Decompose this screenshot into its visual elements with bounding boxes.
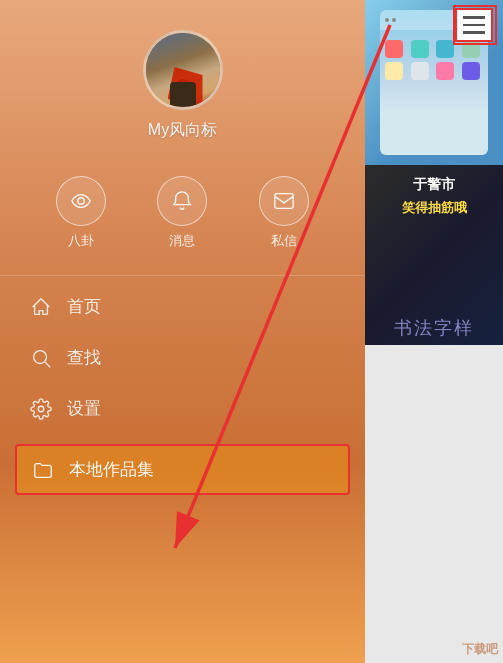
messages-nav-item[interactable]: 消息 <box>157 176 207 250</box>
video-location: 于警市 <box>413 176 455 192</box>
local-works-menu-item[interactable]: 本地作品集 <box>15 444 350 495</box>
video-title: 笑得抽筋哦 <box>370 199 498 217</box>
hamburger-line-2 <box>463 24 485 27</box>
hamburger-button[interactable] <box>455 8 493 42</box>
home-icon <box>30 296 52 318</box>
local-works-label: 本地作品集 <box>69 458 154 481</box>
private-label: 私信 <box>271 232 297 250</box>
svg-rect-1 <box>275 194 293 209</box>
svg-point-2 <box>34 350 47 363</box>
hamburger-line-1 <box>463 16 485 19</box>
home-menu-item[interactable]: 首页 <box>0 281 365 332</box>
search-menu-item[interactable]: 查找 <box>0 332 365 383</box>
svg-point-0 <box>78 198 84 204</box>
private-nav-item[interactable]: 私信 <box>259 176 309 250</box>
right-image-bottom: 于警市 笑得抽筋哦 书法字样 <box>365 165 503 345</box>
eye-icon <box>70 190 92 212</box>
bell-icon <box>171 190 193 212</box>
search-icon <box>30 347 52 369</box>
video-text-overlay: 于警市 笑得抽筋哦 <box>365 170 503 222</box>
profile-section: My风向标 <box>0 0 365 161</box>
username: My风向标 <box>148 120 217 141</box>
mail-icon <box>273 190 295 212</box>
divider-1 <box>0 275 365 276</box>
svg-line-3 <box>45 362 50 367</box>
hamburger-line-3 <box>463 31 485 34</box>
calligraphy-text: 书法字样 <box>365 316 503 340</box>
gear-icon <box>30 398 52 420</box>
gossip-icon-circle <box>56 176 106 226</box>
right-panel: 于警市 笑得抽筋哦 书法字样 <box>365 0 503 663</box>
search-label: 查找 <box>67 346 101 369</box>
home-label: 首页 <box>67 295 101 318</box>
sidebar: My风向标 八卦 消息 <box>0 0 365 663</box>
settings-menu-item[interactable]: 设置 <box>0 383 365 434</box>
watermark: 下载吧 <box>462 641 498 658</box>
gossip-label: 八卦 <box>68 232 94 250</box>
settings-label: 设置 <box>67 397 101 420</box>
folder-icon <box>32 459 54 481</box>
phone-icons-grid <box>380 35 488 85</box>
svg-point-4 <box>38 406 44 412</box>
icon-row: 八卦 消息 私信 <box>0 161 365 265</box>
messages-label: 消息 <box>169 232 195 250</box>
messages-icon-circle <box>157 176 207 226</box>
avatar[interactable] <box>143 30 223 110</box>
gossip-nav-item[interactable]: 八卦 <box>56 176 106 250</box>
private-icon-circle <box>259 176 309 226</box>
